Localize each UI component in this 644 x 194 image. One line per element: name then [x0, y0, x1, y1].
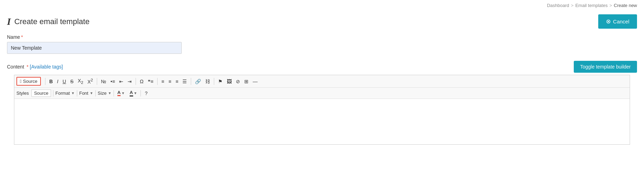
italic-button[interactable]: I [55, 78, 60, 85]
flag-icon: ⚑ [218, 79, 223, 84]
superscript-button[interactable]: X2 [86, 77, 95, 86]
font-color-arrow-icon: ▼ [121, 91, 125, 95]
bg-color-button[interactable]: A ▼ [128, 89, 138, 97]
cancel-label: Cancel [613, 19, 629, 24]
font-arrow-icon: ▼ [90, 91, 93, 95]
content-required-star: * [27, 64, 28, 70]
table-button[interactable]: ⊞ [243, 78, 250, 85]
italic-icon: I [57, 79, 58, 84]
ordered-list-button[interactable]: № [99, 78, 108, 85]
unordered-list-icon: •≡ [110, 79, 115, 84]
toggle-builder-button[interactable]: Toggle template builder [574, 61, 637, 73]
superscript-icon: X2 [87, 79, 93, 85]
font-color-icon: A [117, 90, 121, 96]
size-arrow-icon: ▼ [108, 91, 111, 95]
font-label: Font [79, 91, 88, 96]
toolbar-sep3 [136, 78, 136, 85]
page-title-area: I Create email template [7, 16, 89, 27]
align-left-button[interactable]: ≡ [160, 78, 166, 85]
font-color-button[interactable]: A ▼ [116, 89, 126, 97]
source-icon:  [20, 79, 22, 84]
link-icon: 🔗 [195, 79, 201, 84]
breadcrumb-create-new: Create new [614, 3, 637, 8]
hr-button[interactable]: — [251, 78, 259, 85]
name-label: Name* [7, 34, 637, 40]
bg-color-arrow-icon: ▼ [134, 91, 137, 95]
align-center-button[interactable]: ≡ [167, 78, 173, 85]
toolbar-sep4 [157, 78, 158, 85]
toolbar-row2: Styles Source Format ▼ Font ▼ Size ▼ A ▼ [14, 88, 630, 99]
breadcrumb-dashboard[interactable]: Dashboard [547, 3, 569, 8]
image-button[interactable]: 🖼 [225, 78, 233, 85]
toolbar-sep5 [191, 78, 191, 85]
circle-slash-button[interactable]: ⊘ [234, 78, 242, 85]
align-right-icon: ≡ [175, 79, 178, 84]
outdent-icon: ⇤ [119, 79, 123, 84]
image-icon: 🖼 [227, 79, 232, 84]
circle-slash-icon: ⊘ [236, 79, 240, 84]
editor-container:  Source B I U S X2 X2 № •≡ ⇤ ⇥ Ω ❝≡ ≡ ≡… [14, 75, 630, 145]
align-center-icon: ≡ [168, 79, 171, 84]
align-justify-button[interactable]: ☰ [181, 78, 189, 85]
strikethrough-icon: S [70, 79, 73, 84]
format-arrow-icon: ▼ [71, 91, 75, 95]
omega-button[interactable]: Ω [138, 78, 145, 85]
cancel-button[interactable]: ⊗ Cancel [598, 14, 637, 29]
content-label: Content [7, 64, 24, 70]
align-justify-icon: ☰ [182, 79, 187, 84]
toolbar-sep1 [45, 78, 45, 85]
form-section: Name* Content * [Available tags] Toggle … [0, 34, 644, 145]
unordered-list-button[interactable]: •≡ [109, 78, 117, 85]
available-tags-link[interactable]: [Available tags] [30, 64, 63, 70]
underline-icon: U [63, 79, 66, 84]
ordered-list-icon: № [101, 79, 106, 84]
breadcrumb-email-templates[interactable]: Email templates [575, 3, 607, 8]
link-button[interactable]: 🔗 [193, 78, 203, 85]
page-title: Create email template [14, 17, 89, 26]
page-header: I Create email template ⊗ Cancel [0, 11, 644, 34]
row2-sep4 [114, 90, 114, 96]
styles-label: Styles [16, 91, 29, 96]
format-dropdown[interactable]: Format ▼ [56, 91, 75, 96]
toolbar-sep2 [97, 78, 97, 85]
help-button[interactable]: ? [143, 90, 149, 97]
help-icon: ? [145, 91, 147, 96]
subscript-button[interactable]: X2 [76, 77, 85, 85]
indent-icon: ⇥ [128, 79, 132, 84]
text-cursor-icon: I [7, 16, 11, 27]
editor-body[interactable] [14, 99, 630, 144]
hr-icon: — [253, 79, 258, 84]
source-label: Source [23, 79, 37, 84]
size-dropdown[interactable]: Size ▼ [98, 91, 111, 96]
format-label: Format [56, 91, 70, 96]
outdent-button[interactable]: ⇤ [117, 78, 125, 85]
breadcrumb-sep1: > [571, 3, 574, 8]
blockquote-button[interactable]: ❝≡ [146, 78, 155, 85]
styles-dropdown[interactable]: Source [31, 89, 51, 97]
row2-sep3 [95, 90, 96, 96]
flag-button[interactable]: ⚑ [216, 78, 224, 85]
toolbar-row1:  Source B I U S X2 X2 № •≡ ⇤ ⇥ Ω ❝≡ ≡ ≡… [14, 75, 630, 88]
align-right-button[interactable]: ≡ [174, 78, 180, 85]
underline-button[interactable]: U [61, 78, 68, 85]
subscript-icon: X2 [78, 78, 83, 84]
name-required-star: * [21, 34, 23, 40]
unlink-button[interactable]: ⛓ [203, 78, 212, 85]
strikethrough-button[interactable]: S [68, 78, 75, 85]
font-dropdown[interactable]: Font ▼ [79, 91, 93, 96]
breadcrumb-sep2: > [609, 3, 612, 8]
align-left-icon: ≡ [161, 79, 164, 84]
breadcrumb: Dashboard > Email templates > Create new [0, 0, 644, 11]
bold-icon: B [49, 79, 53, 84]
omega-icon: Ω [140, 79, 143, 84]
row2-sep1 [53, 90, 53, 96]
bold-button[interactable]: B [48, 78, 55, 85]
toolbar-sep6 [214, 78, 214, 85]
table-icon: ⊞ [244, 79, 248, 84]
indent-button[interactable]: ⇥ [126, 78, 133, 85]
source-button[interactable]:  Source [16, 77, 41, 86]
content-label-area: Content * [Available tags] [7, 64, 63, 70]
bg-color-icon: A [130, 90, 133, 96]
name-input[interactable] [7, 42, 182, 54]
size-label: Size [98, 91, 107, 96]
